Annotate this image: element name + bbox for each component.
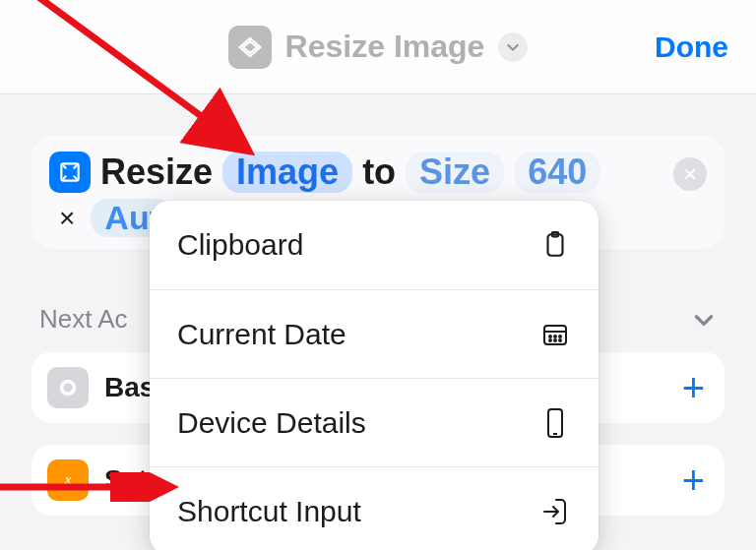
phone-icon xyxy=(539,407,571,439)
menu-item-clipboard[interactable]: Clipboard xyxy=(150,201,598,289)
svg-point-12 xyxy=(559,339,561,341)
variable-picker-menu: Clipboard Current Date Device Details Sh… xyxy=(150,201,598,550)
menu-item-label: Current Date xyxy=(177,318,346,351)
menu-item-label: Device Details xyxy=(177,406,366,440)
svg-point-7 xyxy=(549,336,551,337)
size-value-token[interactable]: 640 xyxy=(514,152,600,193)
menu-item-current-date[interactable]: Current Date xyxy=(150,289,598,378)
action-row-1: Resize Image to Size 640 xyxy=(49,152,707,193)
menu-item-shortcut-input[interactable]: Shortcut Input xyxy=(150,466,598,550)
menu-item-device-details[interactable]: Device Details xyxy=(150,378,598,466)
svg-point-8 xyxy=(554,336,556,337)
add-suggestion-button[interactable]: + xyxy=(682,366,705,410)
size-token[interactable]: Size xyxy=(406,152,504,193)
action-verb: Resize xyxy=(100,152,213,193)
menu-item-label: Clipboard xyxy=(177,228,303,262)
chevron-down-icon[interactable] xyxy=(691,307,717,333)
set-variable-icon: x xyxy=(47,459,89,501)
clipboard-icon xyxy=(539,230,571,260)
input-icon xyxy=(539,497,571,526)
svg-point-10 xyxy=(549,339,551,341)
image-variable-token[interactable]: Image xyxy=(222,152,352,193)
page-title: Resize Image xyxy=(285,29,485,65)
navbar: Resize Image Done xyxy=(0,0,756,94)
calendar-icon xyxy=(539,322,571,347)
times-label: × xyxy=(53,203,81,234)
menu-item-label: Shortcut Input xyxy=(177,495,361,528)
chevron-down-icon[interactable] xyxy=(498,32,528,62)
action-to: to xyxy=(362,152,396,193)
base64-icon xyxy=(47,367,89,408)
resize-action-icon xyxy=(228,26,272,69)
svg-rect-13 xyxy=(548,409,562,437)
clear-action-button[interactable] xyxy=(673,157,707,191)
suggestion-label: Set xyxy=(104,464,148,496)
resize-icon xyxy=(49,152,91,193)
svg-text:x: x xyxy=(64,471,72,487)
add-suggestion-button[interactable]: + xyxy=(682,458,705,503)
svg-point-1 xyxy=(62,382,75,395)
suggestion-label: Bas xyxy=(104,372,155,403)
done-button[interactable]: Done xyxy=(655,31,728,64)
svg-point-9 xyxy=(559,336,561,337)
section-title: Next Ac xyxy=(39,304,128,335)
svg-point-11 xyxy=(554,339,556,341)
header-center: Resize Image xyxy=(228,26,529,69)
